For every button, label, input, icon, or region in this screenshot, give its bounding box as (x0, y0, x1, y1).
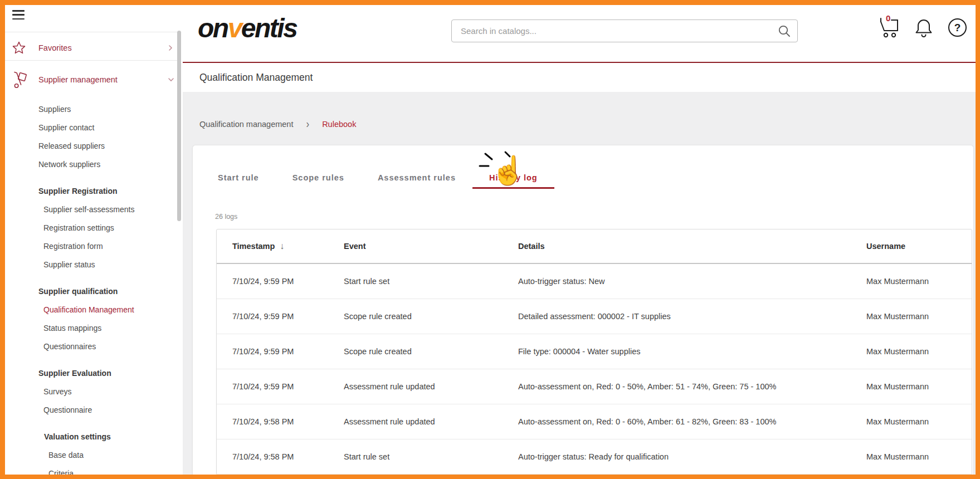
cell-username: Max Mustermann (866, 312, 972, 321)
sidebar-item-label: Supplier management (38, 75, 118, 84)
page-body: Qualification management › Rulebook Star… (183, 92, 976, 475)
table-header-row: Timestamp ↓ Event Details Username (217, 229, 972, 264)
hand-truck-icon (12, 71, 28, 89)
sidebar-item[interactable]: Registration settings (5, 218, 181, 237)
cell-event: Assessment rule updated (344, 417, 518, 426)
hamburger-menu-icon[interactable] (12, 10, 25, 19)
tab-label: Start rule (218, 173, 259, 182)
tab-label: History log (489, 173, 538, 182)
sidebar-item-label: Surveys (43, 387, 72, 396)
sidebar-item[interactable]: Suppliers (5, 100, 181, 118)
sidebar-item[interactable]: Qualification Management (5, 300, 181, 319)
sidebar-item-label: Questionnaire (43, 405, 92, 414)
search-input[interactable] (452, 20, 772, 42)
sidebar-item-label: Qualification Management (43, 305, 134, 314)
cell-timestamp: 7/10/24, 9:59 PM (217, 277, 344, 286)
sidebar-item[interactable]: Criteria (5, 464, 181, 475)
logo-accent: v (228, 13, 241, 43)
sidebar-item[interactable]: Base data (5, 446, 181, 464)
column-header-event[interactable]: Event (344, 242, 518, 251)
cell-username: Max Mustermann (866, 452, 972, 461)
breadcrumb-parent[interactable]: Qualification management (199, 120, 293, 129)
cell-timestamp: 7/10/24, 9:59 PM (217, 382, 344, 391)
cell-timestamp: 7/10/24, 9:58 PM (217, 417, 344, 426)
sidebar-item-label: Base data (48, 451, 84, 460)
notifications-button[interactable] (914, 17, 933, 40)
sidebar-item[interactable]: Supplier Evaluation (5, 364, 181, 382)
sidebar-item-label: Favorites (38, 43, 72, 52)
cell-event: Scope rule created (344, 347, 518, 356)
sidebar-item[interactable]: Questionnaires (5, 337, 181, 355)
cell-timestamp: 7/10/24, 9:59 PM (217, 312, 344, 321)
tab[interactable]: Scope rules (276, 165, 361, 189)
column-header-details[interactable]: Details (518, 242, 866, 251)
tab[interactable]: History log (472, 165, 554, 189)
table-row: 7/10/24, 9:59 PM Scope rule created Deta… (217, 299, 972, 334)
bell-icon (914, 17, 933, 40)
cell-details: Auto-trigger status: Ready for qualifica… (518, 452, 866, 461)
page-title: Qualification Management (199, 72, 313, 84)
cell-timestamp: 7/10/24, 9:59 PM (217, 347, 344, 356)
cell-details: Auto-assessment on, Red: 0 - 50%, Amber:… (518, 382, 866, 391)
sidebar-item-label: Supplier Registration (38, 187, 118, 195)
sidebar-item-supplier-management[interactable]: Supplier management (5, 72, 181, 87)
cell-details: Detailed assessment: 000002 - IT supplie… (518, 312, 866, 321)
catalog-search (451, 19, 798, 42)
sidebar-item-favorites[interactable]: Favorites (5, 40, 181, 56)
sidebar-item[interactable]: Questionnaire (5, 400, 181, 419)
main-content: onventis (183, 5, 976, 475)
cell-details: Auto-trigger status: New (518, 277, 866, 286)
table-row: 7/10/24, 9:59 PM Start rule set Auto-tri… (217, 264, 972, 299)
sidebar-item[interactable]: Supplier Registration (5, 182, 181, 200)
sidebar-item-label: Registration form (43, 242, 103, 251)
chevron-right-icon: › (306, 118, 309, 131)
sidebar-item[interactable]: Status mappings (5, 319, 181, 337)
sidebar-item[interactable]: Supplier contact (5, 118, 181, 136)
column-header-timestamp[interactable]: Timestamp ↓ (217, 241, 344, 251)
table-row: 7/10/24, 9:59 PM Scope rule created File… (217, 334, 972, 369)
sidebar-item-label: Criteria (48, 469, 74, 475)
sidebar-item[interactable]: Network suppliers (5, 155, 181, 173)
logo-text: entis (241, 13, 297, 43)
sidebar-item[interactable]: Surveys (5, 382, 181, 400)
rulebook-card: Start rule Scope rules Assessment rules (192, 145, 974, 475)
sidebar-item[interactable]: Valuation settings (5, 427, 181, 446)
sidebar-divider (5, 60, 181, 61)
cell-timestamp: 7/10/24, 9:58 PM (217, 452, 344, 461)
cell-username: Max Mustermann (866, 347, 972, 356)
sidebar-item-label: Supplier qualification (38, 287, 118, 296)
onventis-logo[interactable]: onventis (198, 13, 296, 43)
cell-details: Auto-assessment on, Red: 0 - 60%, Amber:… (518, 417, 866, 426)
sidebar-item-label: Questionnaires (43, 342, 96, 351)
sidebar-item-label: Status mappings (43, 324, 101, 333)
sidebar-divider (5, 32, 181, 32)
table-body: 7/10/24, 9:59 PM Start rule set Auto-tri… (217, 264, 972, 475)
search-button[interactable] (772, 20, 797, 42)
sidebar-item[interactable]: Registration form (5, 237, 181, 255)
breadcrumb: Qualification management › Rulebook (199, 119, 356, 130)
column-header-username[interactable]: Username (866, 242, 972, 251)
sidebar-nav: Suppliers Supplier contact Released supp… (5, 100, 181, 475)
sidebar-item[interactable]: Supplier qualification (5, 282, 181, 300)
sidebar-item[interactable]: Supplier self-assessments (5, 200, 181, 218)
help-button[interactable]: ? (948, 18, 967, 37)
topbar: onventis (183, 5, 976, 62)
sidebar-scrollbar[interactable] (177, 31, 181, 221)
table-row: 7/10/24, 9:58 PM Start rule set Auto-tri… (217, 439, 972, 475)
sidebar: Favorites Supplier management (5, 5, 181, 475)
search-icon (777, 24, 792, 38)
cart-button[interactable]: 0 (876, 16, 902, 40)
sidebar-item[interactable]: Supplier status (5, 255, 181, 273)
page-title-row: Qualification Management (183, 63, 976, 92)
tab[interactable]: Assessment rules (361, 165, 472, 189)
chevron-down-icon (168, 77, 174, 82)
sidebar-item-label: Supplier self-assessments (43, 205, 134, 214)
cell-details: File type: 000004 - Water supplies (518, 347, 866, 356)
breadcrumb-current[interactable]: Rulebook (322, 120, 356, 129)
tab[interactable]: Start rule (201, 165, 276, 189)
sidebar-item-label: Suppliers (38, 105, 71, 114)
table-row: 7/10/24, 9:58 PM Assessment rule updated… (217, 404, 972, 439)
sort-desc-icon: ↓ (280, 241, 284, 251)
question-mark-icon: ? (954, 22, 961, 34)
sidebar-item[interactable]: Released suppliers (5, 136, 181, 155)
